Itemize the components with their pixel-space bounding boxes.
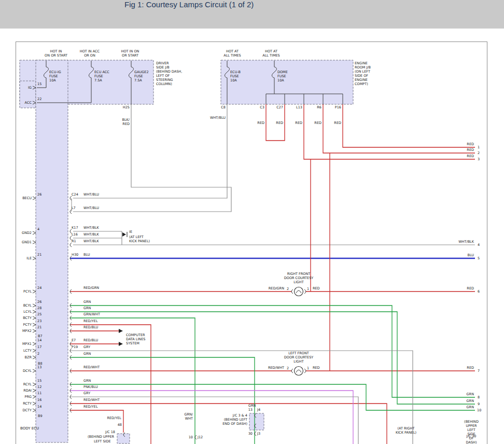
wire-connector-id: H30 [72, 253, 78, 257]
diagram-label: GRN [467, 392, 474, 396]
wire-color-label: WHT/BLK [83, 232, 99, 237]
pin-number-mpx2: 21 [37, 325, 41, 329]
pin-name-pcyl: PCYL [23, 289, 32, 294]
diagram-label: RED [276, 121, 283, 125]
diagram-label: 2 [287, 287, 289, 291]
diagram-label: B9 [38, 414, 43, 418]
pin-name-rcyl: RCYL [23, 382, 32, 386]
pin-name-bcty: BCTY [23, 316, 32, 320]
diagram-label: (AT LEFT KICK PANEL) [129, 235, 150, 243]
pin-name-lcyl: LCYL [23, 310, 32, 314]
diagram-label: GRN [248, 404, 256, 408]
diagram-label: 10 [189, 435, 193, 439]
diagram-label: BLU [467, 253, 474, 257]
diagram-label: GAUGE2 FUSE 7.5A [134, 70, 149, 82]
diagram-label: 48 [118, 423, 122, 427]
diagram-label: BLK/ RED [122, 118, 130, 126]
diagram-label: ENGINE ROOM J/B (ON LEFT SIDE OF ENGINE … [355, 61, 371, 86]
diagram-label: 4 [478, 243, 480, 247]
pin-name-dcyl: DCYL [23, 369, 32, 373]
pin-number-acc: 22 [37, 97, 41, 101]
wire-color-label: GRN [83, 379, 91, 383]
wire-color-label: WHT/BLU [83, 206, 99, 210]
pin-number-ig: 15 [37, 82, 41, 86]
wire-color-label: RED/WHT [83, 398, 100, 402]
wire-color-label: GRN/WHT [83, 312, 100, 316]
diagram-label: RED [467, 286, 474, 290]
pin-name-ig: IG [28, 86, 32, 90]
pin-name-bzr: BZR [25, 355, 32, 359]
pin-name-pcty: PCTY [23, 323, 32, 327]
diagram-label: J/C 18 [105, 430, 115, 434]
diagram-label: RED [467, 154, 474, 158]
diagram-label: RED [314, 121, 321, 125]
diagram-label: LEFT SIDE [94, 439, 111, 443]
diagram-label: (AT RIGHT KICK PANEL) [396, 426, 416, 435]
diagram-label: RED [467, 148, 474, 152]
diagram-label: RIGHT FRONT DOOR COURTESY LIGHT [284, 272, 313, 284]
pin-name-dcty: DCTY [23, 408, 32, 412]
diagram-label: H25 [123, 105, 130, 109]
diagram-label: 5 [478, 256, 480, 260]
pin-name-acc: ACC [25, 101, 32, 105]
pin-number-bcyl: 26 [37, 300, 41, 304]
diagram-label: 10 [477, 408, 481, 412]
wire-color-label: GRY [83, 345, 90, 349]
diagram-label: COMPUTER DATA LINES SYSTEM [126, 333, 145, 345]
wire-color-label: BLU [83, 253, 90, 257]
diagram-label: RED [295, 121, 302, 125]
diagram-label: C3 [260, 105, 264, 109]
diagram-label: WHT/BLU [210, 116, 226, 120]
pin-number-rcty: 16 [37, 398, 41, 402]
pin-number-dcty: 14 [37, 405, 41, 409]
diagram-label: RED [313, 286, 320, 290]
pin-number-pcyl: 24 [37, 286, 41, 290]
diagram-label: J4 [257, 408, 260, 412]
wire-color-label: WHT/BLU [83, 192, 99, 197]
wire-color-label: WHT/BLK [83, 226, 99, 230]
pin-number-rcyl: 15 [37, 379, 41, 383]
wire-connector-id: C24 [72, 192, 78, 197]
diagram-label: RED [313, 366, 320, 370]
diagram-label: 7 [478, 369, 480, 373]
diagram-label: 30 [248, 432, 253, 436]
diagram-label: GRN [467, 405, 474, 409]
wire-connector-id: K17 [72, 226, 78, 230]
wire-color-label: PNK/BLU [83, 385, 98, 389]
diagram-label: (BEHIND UPPER [88, 435, 114, 439]
diagram-label: B7 [38, 334, 43, 338]
pin-number-bcty: 25 [37, 312, 41, 316]
pin-number-pcty: 23 [37, 319, 41, 323]
diagram-label: L13 [296, 105, 302, 109]
diagram-label: R6 [317, 105, 321, 109]
pin-name-ile: ILE [26, 256, 32, 260]
pin-name-gnd1: GND1 [22, 240, 32, 244]
diagram-label: 13 [248, 408, 253, 412]
diagram-label: 3 [478, 157, 480, 161]
wire-color-label: WHT/BLK [83, 239, 99, 243]
pin-number-gnd2: 4 [37, 227, 39, 231]
diagram-label: ECU-B FUSE 10A [230, 70, 241, 82]
pin-name-rcty: RCTY [23, 401, 32, 406]
pin-name-becu: BECU [22, 196, 32, 200]
diagram-label: GRN/ WHT [184, 412, 193, 421]
figure-title: Fig 1: Courtesy Lamps Circuit (1 of 2) [124, 0, 254, 9]
wire-color-label: GRY [83, 391, 90, 395]
diagram-label: P16 [335, 105, 341, 109]
diagram-label: C8 [221, 105, 226, 109]
wire-color-label: RED/YEL [83, 405, 98, 409]
pin-name-rdai: RDAI [23, 388, 32, 393]
diagram-label: 2 [478, 151, 480, 155]
pin-number-dcyl: 13 [37, 365, 41, 369]
pin-number-lcty: 17 [37, 345, 41, 349]
diagram-label: ECU-IG FUSE 10A [49, 70, 61, 82]
diagram-label: RED/WHT [268, 366, 284, 370]
diagram-labels: HOT IN ON OR STARTHOT IN ACC OR ONHOT IN… [16, 42, 487, 444]
diagram-label: 9 [478, 402, 480, 406]
pin-name-gnd2: GND2 [22, 231, 32, 235]
diagram-label: HOT IN ON OR START [45, 49, 67, 58]
diagram-label: HOT IN ACC OR ON [80, 49, 100, 58]
diagram-label: RED [467, 366, 474, 370]
diagram-label: J3 [257, 432, 260, 436]
diagram-label: WHT/BLK [458, 240, 474, 244]
